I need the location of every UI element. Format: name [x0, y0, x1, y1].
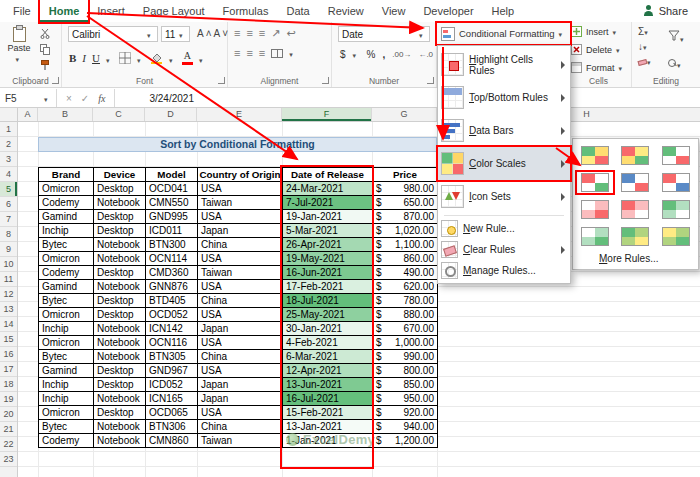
find-select-button[interactable]	[668, 54, 687, 72]
cell-model[interactable]: CMD360	[146, 266, 198, 280]
tab-home[interactable]: Home	[40, 0, 89, 22]
cell-brand[interactable]: Bytec	[39, 350, 94, 364]
cell-model[interactable]: GND967	[146, 364, 198, 378]
cell-model[interactable]: OCD065	[146, 406, 198, 420]
tab-help[interactable]: Help	[483, 0, 524, 22]
row-header-2[interactable]: 2	[0, 137, 17, 152]
row-header-23[interactable]: 23	[0, 452, 17, 467]
cell-date[interactable]: 13-Jun-2021	[283, 378, 373, 392]
cell-date[interactable]: 18-Jul-2021	[283, 294, 373, 308]
cell-date[interactable]: 30-Jan-2021	[283, 322, 373, 336]
cell-device[interactable]: Notebook	[94, 238, 146, 252]
insert-function-button[interactable]: fx	[98, 93, 105, 104]
sheet-title-cell[interactable]: Sort by Conditional Formatting	[38, 137, 437, 152]
color-scale-option-red-white[interactable]	[617, 199, 653, 220]
cell-date[interactable]: 6-Mar-2021	[283, 350, 373, 364]
font-color-button[interactable]: A	[182, 51, 193, 65]
name-box[interactable]: F5	[0, 89, 57, 107]
cancel-button[interactable]: ×	[66, 93, 72, 104]
font-name-dropdown-icon[interactable]	[147, 29, 154, 40]
formula-bar-content[interactable]: 3/24/2021	[115, 93, 194, 104]
row-header-20[interactable]: 20	[0, 407, 17, 422]
cell-price[interactable]: $1,200.00	[373, 434, 438, 448]
cell-date[interactable]: 19-Jan-2021	[283, 210, 373, 224]
comma-style-icon[interactable]: ,	[382, 49, 385, 60]
cell-brand[interactable]: Inchip	[39, 322, 94, 336]
cell-country[interactable]: Taiwan	[198, 434, 283, 448]
cell-device[interactable]: Notebook	[94, 280, 146, 294]
cell-brand[interactable]: Bytec	[39, 420, 94, 434]
row-header-12[interactable]: 12	[0, 287, 17, 302]
cell-price[interactable]: $870.00	[373, 210, 438, 224]
cell-country[interactable]: Japan	[198, 392, 283, 406]
font-size-combobox[interactable]: 11	[161, 26, 190, 42]
tab-review[interactable]: Review	[319, 0, 373, 22]
cell-price[interactable]: $650.00	[373, 196, 438, 210]
fill-color-icon[interactable]	[150, 52, 163, 64]
align-left-icon[interactable]	[234, 48, 240, 59]
cell-model[interactable]: ICD011	[146, 224, 198, 238]
cell-date[interactable]: 15-Feb-2021	[283, 406, 373, 420]
cell-device[interactable]: Notebook	[94, 336, 146, 350]
color-scale-option-yellow-green[interactable]	[658, 226, 694, 247]
number-format-combobox[interactable]: Date	[338, 26, 430, 42]
align-middle-icon[interactable]	[246, 28, 252, 39]
cell-model[interactable]: ICN142	[146, 322, 198, 336]
row-header-8[interactable]: 8	[0, 227, 17, 242]
cell-device[interactable]: Desktop	[94, 364, 146, 378]
cell-date[interactable]: 17-Feb-2021	[283, 280, 373, 294]
cell-price[interactable]: $620.00	[373, 280, 438, 294]
cell-model[interactable]: OCD052	[146, 308, 198, 322]
cf-menu-item-manage-rules[interactable]: Manage Rules...	[438, 260, 570, 281]
table-header-country-of-origin[interactable]: Country of Origin	[198, 168, 283, 182]
fill-color-dropdown-icon[interactable]	[169, 49, 176, 67]
cell-device[interactable]: Notebook	[94, 350, 146, 364]
align-bottom-icon[interactable]	[259, 28, 265, 39]
decrease-decimal-icon[interactable]: ←.0	[418, 50, 433, 59]
align-top-icon[interactable]	[234, 28, 240, 39]
cell-brand[interactable]: Codemy	[39, 266, 94, 280]
cell-device[interactable]: Notebook	[94, 196, 146, 210]
cell-country[interactable]: China	[198, 238, 283, 252]
cell-price[interactable]: $1,100.00	[373, 238, 438, 252]
align-right-icon[interactable]	[259, 48, 265, 59]
cell-brand[interactable]: Omicron	[39, 308, 94, 322]
cell-brand[interactable]: Gamind	[39, 280, 94, 294]
merge-center-dropdown-icon[interactable]	[289, 48, 296, 59]
font-color-dropdown-icon[interactable]	[199, 49, 206, 67]
cell-country[interactable]: Japan	[198, 322, 283, 336]
cell-country[interactable]: USA	[198, 364, 283, 378]
alignment-dialog-launcher[interactable]	[322, 77, 329, 84]
cf-menu-item-color-scales[interactable]: Color Scales	[438, 147, 570, 180]
cell-date[interactable]: 12-Apr-2021	[283, 364, 373, 378]
cell-date[interactable]: 16-Jul-2021	[283, 392, 373, 406]
cell-price[interactable]: $780.00	[373, 294, 438, 308]
color-scale-option-red-yellow-green[interactable]	[617, 145, 653, 166]
cell-country[interactable]: USA	[198, 182, 283, 196]
cell-device[interactable]: Desktop	[94, 210, 146, 224]
cell-date[interactable]: 16-Jun-2021	[283, 266, 373, 280]
underline-dropdown-icon[interactable]	[106, 49, 113, 67]
column-header-c[interactable]: C	[93, 108, 145, 121]
cell-model[interactable]: ICD052	[146, 378, 198, 392]
fill-button[interactable]: ↓	[638, 41, 654, 52]
underline-button[interactable]: U	[92, 53, 100, 64]
paste-dropdown-icon[interactable]	[16, 54, 23, 64]
cell-date[interactable]: 19-May-2021	[283, 252, 373, 266]
cell-country[interactable]: USA	[198, 336, 283, 350]
cell-price[interactable]: $940.00	[373, 420, 438, 434]
cell-device[interactable]: Desktop	[94, 294, 146, 308]
row-header-22[interactable]: 22	[0, 437, 17, 452]
cell-country[interactable]: USA	[198, 280, 283, 294]
cell-country[interactable]: Taiwan	[198, 266, 283, 280]
column-header-e[interactable]: E	[197, 108, 282, 121]
row-header-7[interactable]: 7	[0, 212, 17, 227]
cell-price[interactable]: $670.00	[373, 322, 438, 336]
row-header-9[interactable]: 9	[0, 242, 17, 257]
format-button[interactable]: Format	[571, 62, 626, 73]
tab-data[interactable]: Data	[277, 0, 318, 22]
cut-icon[interactable]	[40, 28, 50, 39]
cell-device[interactable]: Desktop	[94, 378, 146, 392]
orientation-icon[interactable]	[271, 28, 280, 39]
percent-style-icon[interactable]: %	[367, 49, 376, 60]
